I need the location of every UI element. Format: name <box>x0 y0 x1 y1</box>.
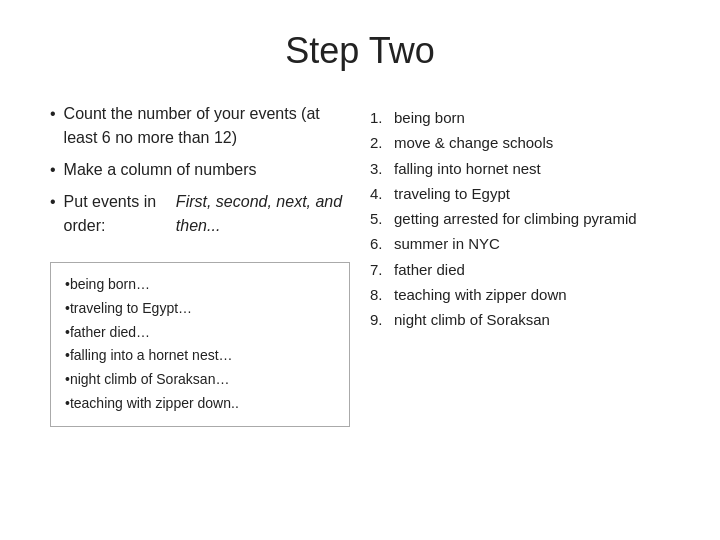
note-item-3: •father died… <box>65 321 335 345</box>
numbered-item-2: 2.move & change schools <box>370 131 670 154</box>
note-item-1: •being born… <box>65 273 335 297</box>
numbered-item-5: 5.getting arrested for climbing pyramid <box>370 207 670 230</box>
left-column: Count the number of your events (at leas… <box>50 102 350 510</box>
item-num-4: 4. <box>370 182 394 205</box>
item-num-6: 6. <box>370 232 394 255</box>
numbered-item-9: 9.night climb of Soraksan <box>370 308 670 331</box>
note-item-6: •teaching with zipper down.. <box>65 392 335 416</box>
item-text-8: teaching with zipper down <box>394 283 567 306</box>
bullet-text-2: Make a column of numbers <box>64 158 257 182</box>
item-num-9: 9. <box>370 308 394 331</box>
note-item-4: •falling into a hornet nest… <box>65 344 335 368</box>
item-num-8: 8. <box>370 283 394 306</box>
item-text-4: traveling to Egypt <box>394 182 510 205</box>
bullet-text-3-normal: Put events in order: <box>64 190 176 238</box>
bullet-list: Count the number of your events (at leas… <box>50 102 350 246</box>
content-area: Count the number of your events (at leas… <box>50 102 670 510</box>
note-item-2: •traveling to Egypt… <box>65 297 335 321</box>
item-num-5: 5. <box>370 207 394 230</box>
numbered-item-6: 6.summer in NYC <box>370 232 670 255</box>
item-num-7: 7. <box>370 258 394 281</box>
item-num-3: 3. <box>370 157 394 180</box>
numbered-item-3: 3.falling into hornet nest <box>370 157 670 180</box>
bullet-item-1: Count the number of your events (at leas… <box>50 102 350 150</box>
item-text-1: being born <box>394 106 465 129</box>
item-num-1: 1. <box>370 106 394 129</box>
numbered-item-4: 4.traveling to Egypt <box>370 182 670 205</box>
item-text-2: move & change schools <box>394 131 553 154</box>
slide-title: Step Two <box>50 30 670 72</box>
numbered-item-1: 1.being born <box>370 106 670 129</box>
numbered-item-8: 8.teaching with zipper down <box>370 283 670 306</box>
slide: Step Two Count the number of your events… <box>0 0 720 540</box>
item-text-7: father died <box>394 258 465 281</box>
item-text-3: falling into hornet nest <box>394 157 541 180</box>
note-box: •being born… •traveling to Egypt… •fathe… <box>50 262 350 427</box>
bullet-text-3-italic: First, second, next, and then... <box>176 190 350 238</box>
bullet-item-3: Put events in order: First, second, next… <box>50 190 350 238</box>
numbered-list: 1.being born2.move & change schools3.fal… <box>370 106 670 333</box>
bullet-text-1: Count the number of your events (at leas… <box>64 102 350 150</box>
note-item-5: •night climb of Soraksan… <box>65 368 335 392</box>
item-text-5: getting arrested for climbing pyramid <box>394 207 637 230</box>
numbered-item-7: 7.father died <box>370 258 670 281</box>
item-num-2: 2. <box>370 131 394 154</box>
item-text-6: summer in NYC <box>394 232 500 255</box>
right-column: 1.being born2.move & change schools3.fal… <box>370 102 670 510</box>
bullet-item-2: Make a column of numbers <box>50 158 350 182</box>
item-text-9: night climb of Soraksan <box>394 308 550 331</box>
